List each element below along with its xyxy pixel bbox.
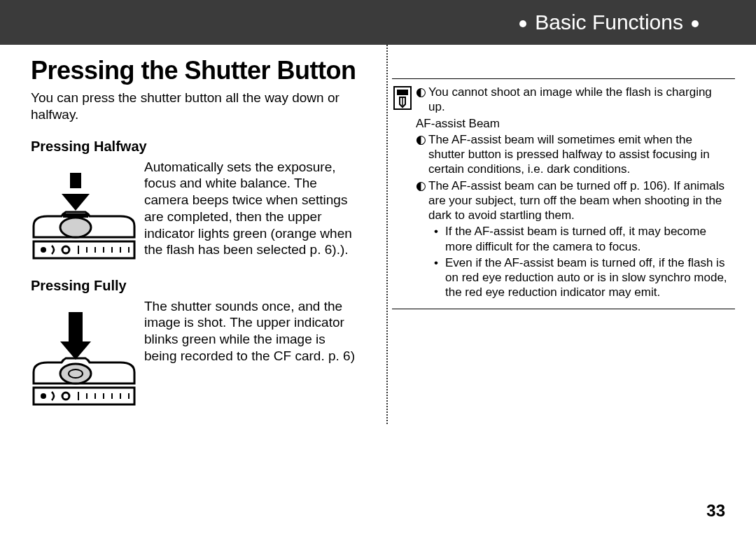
svg-point-7 bbox=[62, 246, 69, 253]
note-box: ◐ You cannot shoot an image while the fl… bbox=[392, 78, 735, 309]
fully-text: The shutter sounds once, and the image i… bbox=[144, 298, 358, 411]
fully-diagram bbox=[31, 298, 144, 411]
sub-bullet-icon: • bbox=[434, 224, 445, 254]
note-bullet-1: You cannot shoot an image while the flas… bbox=[428, 85, 731, 115]
note-bullet-3: The AF-assist beam can be turned off p. … bbox=[428, 178, 731, 223]
note-sub-1: If the AF-assist beam is turned off, it … bbox=[445, 224, 731, 254]
svg-point-13 bbox=[41, 393, 46, 399]
svg-rect-1 bbox=[70, 190, 81, 192]
shutter-fully-icon bbox=[31, 311, 136, 409]
svg-point-6 bbox=[41, 247, 46, 253]
svg-rect-5 bbox=[34, 241, 134, 258]
svg-marker-2 bbox=[62, 194, 90, 211]
round-bullet-icon: ◐ bbox=[416, 85, 428, 115]
halfway-row: Automatically sets the exposure, focus a… bbox=[31, 159, 358, 265]
header-title-text: Basic Functions bbox=[535, 10, 683, 34]
intro-text: You can press the shutter button all the… bbox=[31, 90, 358, 123]
bullet-dot-right bbox=[692, 20, 699, 27]
svg-point-14 bbox=[62, 393, 69, 400]
svg-rect-8 bbox=[69, 312, 83, 341]
svg-point-10 bbox=[60, 364, 91, 383]
page-title: Pressing the Shutter Button bbox=[31, 56, 358, 85]
note-bullet-2: The AF-assist beam will sometimes emit w… bbox=[428, 132, 731, 177]
content-area: Pressing the Shutter Button You can pres… bbox=[0, 45, 756, 424]
header-bar: Basic Functions bbox=[0, 0, 756, 45]
note-icon bbox=[392, 85, 416, 302]
note-content: ◐ You cannot shoot an image while the fl… bbox=[416, 85, 731, 302]
fully-heading: Pressing Fully bbox=[31, 278, 358, 294]
section-header: Basic Functions bbox=[511, 10, 707, 34]
halfway-text: Automatically sets the exposure, focus a… bbox=[144, 159, 358, 265]
af-assist-heading: AF-assist Beam bbox=[416, 116, 731, 131]
left-column: Pressing the Shutter Button You can pres… bbox=[31, 45, 372, 424]
svg-rect-16 bbox=[397, 90, 408, 95]
round-bullet-icon: ◐ bbox=[416, 178, 428, 223]
svg-rect-0 bbox=[70, 173, 81, 188]
sub-bullet-icon: • bbox=[434, 255, 445, 300]
fully-row: The shutter sounds once, and the image i… bbox=[31, 298, 358, 411]
halfway-heading: Pressing Halfway bbox=[31, 139, 358, 155]
round-bullet-icon: ◐ bbox=[416, 132, 428, 177]
svg-marker-9 bbox=[60, 341, 91, 360]
right-column: ◐ You cannot shoot an image while the fl… bbox=[386, 45, 735, 424]
bullet-dot-left bbox=[519, 20, 526, 27]
halfway-diagram bbox=[31, 159, 144, 265]
svg-point-4 bbox=[60, 218, 91, 237]
svg-rect-12 bbox=[34, 388, 134, 404]
page-number: 33 bbox=[706, 501, 725, 521]
shutter-halfway-icon bbox=[31, 171, 136, 262]
note-sub-2: Even if the AF-assist beam is turned off… bbox=[445, 255, 731, 300]
